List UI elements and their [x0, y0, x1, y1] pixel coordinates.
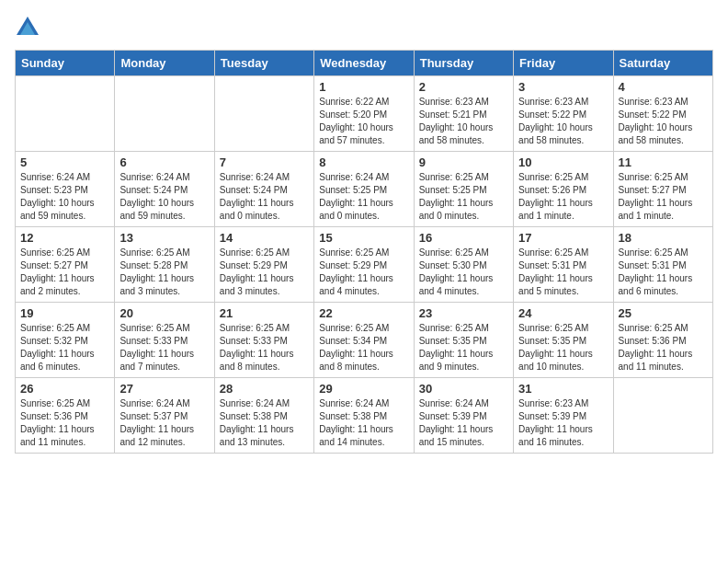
logo	[15, 15, 42, 40]
day-number: 18	[619, 231, 708, 245]
day-number: 6	[119, 155, 209, 169]
calendar-cell: 1Sunrise: 6:22 AM Sunset: 5:20 PM Daylig…	[314, 76, 414, 152]
calendar-cell: 8Sunrise: 6:24 AM Sunset: 5:25 PM Daylig…	[314, 152, 414, 227]
day-of-week-header: Monday	[115, 51, 214, 76]
day-info: Sunrise: 6:25 AM Sunset: 5:33 PM Dayligh…	[119, 322, 209, 373]
day-info: Sunrise: 6:25 AM Sunset: 5:35 PM Dayligh…	[419, 322, 508, 373]
calendar-cell: 10Sunrise: 6:25 AM Sunset: 5:26 PM Dayli…	[514, 152, 613, 227]
day-info: Sunrise: 6:25 AM Sunset: 5:30 PM Dayligh…	[419, 247, 508, 298]
day-number: 21	[220, 306, 309, 320]
day-number: 3	[518, 80, 608, 94]
calendar-cell: 14Sunrise: 6:25 AM Sunset: 5:29 PM Dayli…	[214, 227, 313, 303]
calendar-cell: 28Sunrise: 6:24 AM Sunset: 5:38 PM Dayli…	[214, 378, 313, 454]
day-number: 13	[119, 231, 209, 245]
day-of-week-header: Friday	[514, 51, 613, 76]
day-info: Sunrise: 6:23 AM Sunset: 5:39 PM Dayligh…	[518, 397, 608, 449]
day-of-week-header: Saturday	[613, 51, 712, 76]
day-info: Sunrise: 6:25 AM Sunset: 5:34 PM Dayligh…	[319, 322, 408, 373]
day-info: Sunrise: 6:25 AM Sunset: 5:27 PM Dayligh…	[619, 171, 708, 223]
day-number: 29	[319, 382, 408, 396]
day-info: Sunrise: 6:25 AM Sunset: 5:29 PM Dayligh…	[220, 247, 309, 298]
week-row: 5Sunrise: 6:24 AM Sunset: 5:23 PM Daylig…	[16, 152, 713, 227]
day-info: Sunrise: 6:25 AM Sunset: 5:25 PM Dayligh…	[419, 171, 508, 223]
calendar-cell: 21Sunrise: 6:25 AM Sunset: 5:33 PM Dayli…	[214, 303, 313, 378]
calendar-cell: 22Sunrise: 6:25 AM Sunset: 5:34 PM Dayli…	[314, 303, 414, 378]
day-number: 5	[20, 155, 109, 169]
calendar-cell: 20Sunrise: 6:25 AM Sunset: 5:33 PM Dayli…	[115, 303, 214, 378]
day-info: Sunrise: 6:24 AM Sunset: 5:24 PM Dayligh…	[220, 171, 309, 223]
calendar-cell: 9Sunrise: 6:25 AM Sunset: 5:25 PM Daylig…	[414, 152, 513, 227]
calendar-cell	[115, 76, 214, 152]
day-number: 19	[20, 306, 109, 320]
day-info: Sunrise: 6:25 AM Sunset: 5:33 PM Dayligh…	[220, 322, 309, 373]
day-number: 16	[419, 231, 508, 245]
calendar-cell: 4Sunrise: 6:23 AM Sunset: 5:22 PM Daylig…	[613, 76, 712, 152]
day-number: 20	[119, 306, 209, 320]
day-info: Sunrise: 6:24 AM Sunset: 5:38 PM Dayligh…	[220, 397, 309, 449]
day-info: Sunrise: 6:25 AM Sunset: 5:26 PM Dayligh…	[518, 171, 608, 223]
day-of-week-header: Wednesday	[314, 51, 414, 76]
calendar-table: SundayMondayTuesdayWednesdayThursdayFrid…	[15, 50, 713, 454]
day-number: 10	[518, 155, 608, 169]
day-number: 24	[518, 306, 608, 320]
day-number: 9	[419, 155, 508, 169]
day-number: 28	[220, 382, 309, 396]
calendar-cell	[16, 76, 115, 152]
week-row: 1Sunrise: 6:22 AM Sunset: 5:20 PM Daylig…	[16, 76, 713, 152]
calendar-cell: 17Sunrise: 6:25 AM Sunset: 5:31 PM Dayli…	[514, 227, 613, 303]
calendar-cell: 24Sunrise: 6:25 AM Sunset: 5:35 PM Dayli…	[514, 303, 613, 378]
day-info: Sunrise: 6:24 AM Sunset: 5:25 PM Dayligh…	[319, 171, 408, 223]
day-info: Sunrise: 6:24 AM Sunset: 5:23 PM Dayligh…	[20, 171, 109, 223]
day-number: 30	[419, 382, 508, 396]
calendar-cell: 3Sunrise: 6:23 AM Sunset: 5:22 PM Daylig…	[514, 76, 613, 152]
day-number: 27	[119, 382, 209, 396]
day-info: Sunrise: 6:25 AM Sunset: 5:29 PM Dayligh…	[319, 247, 408, 298]
day-info: Sunrise: 6:25 AM Sunset: 5:36 PM Dayligh…	[20, 397, 109, 449]
day-info: Sunrise: 6:25 AM Sunset: 5:28 PM Dayligh…	[119, 247, 209, 298]
day-info: Sunrise: 6:24 AM Sunset: 5:39 PM Dayligh…	[419, 397, 508, 449]
day-number: 22	[319, 306, 408, 320]
calendar-cell: 6Sunrise: 6:24 AM Sunset: 5:24 PM Daylig…	[115, 152, 214, 227]
day-number: 15	[319, 231, 408, 245]
calendar-cell: 27Sunrise: 6:24 AM Sunset: 5:37 PM Dayli…	[115, 378, 214, 454]
calendar-cell: 15Sunrise: 6:25 AM Sunset: 5:29 PM Dayli…	[314, 227, 414, 303]
day-number: 7	[220, 155, 309, 169]
calendar-cell: 12Sunrise: 6:25 AM Sunset: 5:27 PM Dayli…	[16, 227, 115, 303]
day-number: 4	[619, 80, 708, 94]
day-number: 31	[518, 382, 608, 396]
calendar-cell: 30Sunrise: 6:24 AM Sunset: 5:39 PM Dayli…	[414, 378, 513, 454]
day-info: Sunrise: 6:25 AM Sunset: 5:36 PM Dayligh…	[619, 322, 708, 373]
calendar-cell: 31Sunrise: 6:23 AM Sunset: 5:39 PM Dayli…	[514, 378, 613, 454]
day-number: 12	[20, 231, 109, 245]
calendar-cell: 19Sunrise: 6:25 AM Sunset: 5:32 PM Dayli…	[16, 303, 115, 378]
calendar-header-row: SundayMondayTuesdayWednesdayThursdayFrid…	[16, 51, 713, 76]
day-info: Sunrise: 6:25 AM Sunset: 5:31 PM Dayligh…	[619, 247, 708, 298]
calendar-cell: 5Sunrise: 6:24 AM Sunset: 5:23 PM Daylig…	[16, 152, 115, 227]
day-info: Sunrise: 6:25 AM Sunset: 5:31 PM Dayligh…	[518, 247, 608, 298]
calendar-cell: 18Sunrise: 6:25 AM Sunset: 5:31 PM Dayli…	[613, 227, 712, 303]
calendar-cell	[214, 76, 313, 152]
day-number: 11	[619, 155, 708, 169]
calendar-cell: 26Sunrise: 6:25 AM Sunset: 5:36 PM Dayli…	[16, 378, 115, 454]
calendar-cell: 29Sunrise: 6:24 AM Sunset: 5:38 PM Dayli…	[314, 378, 414, 454]
day-info: Sunrise: 6:25 AM Sunset: 5:32 PM Dayligh…	[20, 322, 109, 373]
day-info: Sunrise: 6:24 AM Sunset: 5:38 PM Dayligh…	[319, 397, 408, 449]
calendar-cell: 13Sunrise: 6:25 AM Sunset: 5:28 PM Dayli…	[115, 227, 214, 303]
day-info: Sunrise: 6:25 AM Sunset: 5:35 PM Dayligh…	[518, 322, 608, 373]
day-number: 26	[20, 382, 109, 396]
calendar-cell: 2Sunrise: 6:23 AM Sunset: 5:21 PM Daylig…	[414, 76, 513, 152]
calendar-cell: 11Sunrise: 6:25 AM Sunset: 5:27 PM Dayli…	[613, 152, 712, 227]
day-info: Sunrise: 6:22 AM Sunset: 5:20 PM Dayligh…	[319, 96, 408, 147]
week-row: 12Sunrise: 6:25 AM Sunset: 5:27 PM Dayli…	[16, 227, 713, 303]
day-info: Sunrise: 6:25 AM Sunset: 5:27 PM Dayligh…	[20, 247, 109, 298]
day-info: Sunrise: 6:24 AM Sunset: 5:37 PM Dayligh…	[119, 397, 209, 449]
week-row: 26Sunrise: 6:25 AM Sunset: 5:36 PM Dayli…	[16, 378, 713, 454]
week-row: 19Sunrise: 6:25 AM Sunset: 5:32 PM Dayli…	[16, 303, 713, 378]
day-number: 8	[319, 155, 408, 169]
calendar-cell: 25Sunrise: 6:25 AM Sunset: 5:36 PM Dayli…	[613, 303, 712, 378]
day-of-week-header: Tuesday	[214, 51, 313, 76]
page-header	[15, 15, 713, 40]
day-info: Sunrise: 6:23 AM Sunset: 5:21 PM Dayligh…	[419, 96, 508, 147]
calendar-cell: 16Sunrise: 6:25 AM Sunset: 5:30 PM Dayli…	[414, 227, 513, 303]
day-info: Sunrise: 6:24 AM Sunset: 5:24 PM Dayligh…	[119, 171, 209, 223]
